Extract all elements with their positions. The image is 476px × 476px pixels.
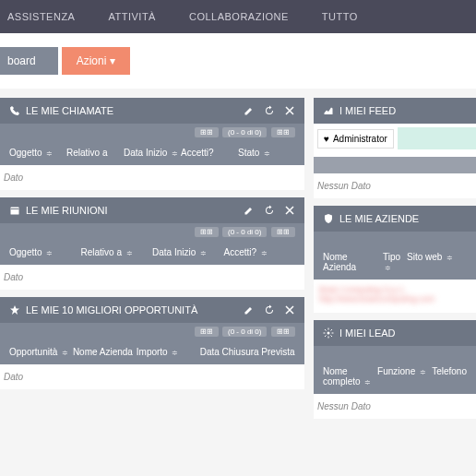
pager-icon[interactable]: ⊞⊞ xyxy=(271,227,295,237)
column-header: Nome Azienda Tipo ≑ Sito web ≑ xyxy=(314,244,476,280)
pager-icon[interactable]: ⊞⊞ xyxy=(271,327,295,337)
svg-rect-0 xyxy=(11,208,19,215)
svg-point-1 xyxy=(327,332,330,335)
nav-collaborazione[interactable]: COLLABORAZIONE xyxy=(182,11,296,22)
panel-title: I MIEI FEED xyxy=(339,105,396,116)
col-datainizio[interactable]: Data Inizio ≑ xyxy=(152,247,224,257)
gear-icon xyxy=(323,327,334,339)
pager-icon[interactable]: ⊞⊞ xyxy=(271,127,295,137)
edit-icon[interactable] xyxy=(244,304,255,315)
feed-subbar xyxy=(314,157,476,173)
col-relativo[interactable]: Relativo a ≑ xyxy=(81,247,153,257)
toolbar: board Azioni ▾ xyxy=(0,33,476,89)
panel-title: I MIEI LEAD xyxy=(339,327,396,339)
col-oggetto[interactable]: Oggetto ≑ xyxy=(9,247,81,257)
star-icon xyxy=(9,304,20,315)
col-stato[interactable]: Stato ≑ xyxy=(238,148,295,158)
panel-title: LE MIE CHIAMATE xyxy=(26,105,113,116)
pager-icon[interactable]: ⊞⊞ xyxy=(195,227,219,237)
panel-lead: I MIEI LEAD Nome completo ≑ Funzione ≑ T… xyxy=(314,320,476,419)
col-importo[interactable]: Importo ≑ xyxy=(137,347,200,357)
heart-icon: ♥ xyxy=(324,134,329,144)
panel-title: LE MIE 10 MIGLIORI OPPORTUNITÀ xyxy=(26,304,197,315)
col-nomeazienda[interactable]: Nome Azienda xyxy=(73,347,137,357)
stats-bar xyxy=(314,232,476,244)
close-icon[interactable] xyxy=(284,205,295,216)
stats-bar: ⊞⊞ (0 - 0 di 0) ⊞⊞ xyxy=(0,223,304,240)
col-telefono[interactable]: Telefono xyxy=(432,366,467,387)
col-opportunita[interactable]: Opportunità ≑ xyxy=(9,347,73,357)
col-sitoweb[interactable]: Sito web ≑ xyxy=(407,252,467,272)
col-accetti[interactable]: Accetti? ≑ xyxy=(224,247,296,257)
phone-icon xyxy=(9,105,20,116)
blurred-row: Brain Computing S.p.A. http://www.brainc… xyxy=(314,280,476,313)
stats-bar: ⊞⊞ (0 - 0 di 0) ⊞⊞ xyxy=(0,124,304,140)
close-icon[interactable] xyxy=(284,105,295,116)
top-nav: ASSISTENZA ATTIVITÀ COLLABORAZIONE TUTTO xyxy=(0,0,476,33)
nav-assistenza[interactable]: ASSISTENZA xyxy=(0,11,82,22)
nodata-text: Nessun Dato xyxy=(314,173,476,198)
panel-opportunita: LE MIE 10 MIGLIORI OPPORTUNITÀ ⊞⊞ (0 - 0… xyxy=(0,297,304,389)
col-chiusura[interactable]: Data Chiusura Prevista xyxy=(200,347,295,357)
nodata-text: Dato xyxy=(0,265,304,290)
column-header: Oggetto ≑ Relativo a Data Inizio ≑ Accet… xyxy=(0,140,304,165)
panel-title: LE MIE AZIENDE xyxy=(339,213,419,224)
edit-icon[interactable] xyxy=(244,205,255,216)
nav-attivita[interactable]: ATTIVITÀ xyxy=(101,11,162,22)
column-header: Oggetto ≑ Relativo a ≑ Data Inizio ≑ Acc… xyxy=(0,240,304,265)
pager-icon[interactable]: ⊞⊞ xyxy=(195,327,219,337)
chart-icon xyxy=(323,105,334,116)
stats-bar: ⊞⊞ (0 - 0 di 0) ⊞⊞ xyxy=(0,323,304,339)
nodata-text: Dato xyxy=(0,364,304,389)
stats-text: (0 - 0 di 0) xyxy=(222,327,267,337)
refresh-icon[interactable] xyxy=(264,304,275,315)
column-header: Opportunità ≑ Nome Azienda Importo ≑ Dat… xyxy=(0,339,304,364)
panel-chiamate: LE MIE CHIAMATE ⊞⊞ (0 - 0 di 0) ⊞⊞ Ogget… xyxy=(0,98,304,190)
stats-text: (0 - 0 di 0) xyxy=(222,127,267,137)
panel-riunioni: LE MIE RIUNIONI ⊞⊞ (0 - 0 di 0) ⊞⊞ Ogget… xyxy=(0,197,304,290)
col-funzione[interactable]: Funzione ≑ xyxy=(377,366,432,387)
nodata-text: Dato xyxy=(0,165,304,190)
refresh-icon[interactable] xyxy=(264,205,275,216)
calendar-icon xyxy=(9,205,20,216)
azioni-button[interactable]: Azioni ▾ xyxy=(62,47,130,75)
feed-input[interactable] xyxy=(398,127,476,149)
nav-tutto[interactable]: TUTTO xyxy=(315,11,365,22)
close-icon[interactable] xyxy=(284,304,295,315)
admin-dropdown[interactable]: ♥ Administrator xyxy=(317,129,394,149)
col-nomeazienda[interactable]: Nome Azienda xyxy=(323,252,383,272)
refresh-icon[interactable] xyxy=(264,105,275,116)
col-relativo[interactable]: Relativo a xyxy=(66,148,124,158)
shield-icon xyxy=(323,213,334,224)
col-datainizio[interactable]: Data Inizio ≑ xyxy=(124,148,181,158)
nodata-text: Nessun Dato xyxy=(314,394,476,419)
pager-icon[interactable]: ⊞⊞ xyxy=(195,127,219,137)
column-header: Nome completo ≑ Funzione ≑ Telefono xyxy=(314,359,476,394)
stats-text: (0 - 0 di 0) xyxy=(222,227,267,237)
panel-title: LE MIE RIUNIONI xyxy=(26,205,108,216)
col-nomecompleto[interactable]: Nome completo ≑ xyxy=(323,366,377,387)
stats-bar xyxy=(314,346,476,359)
col-accetti[interactable]: Accetti? xyxy=(181,148,238,158)
board-button[interactable]: board xyxy=(0,47,58,75)
col-oggetto[interactable]: Oggetto ≑ xyxy=(9,148,66,158)
panel-feed: I MIEI FEED ♥ Administrator Nessun Dato xyxy=(314,98,476,198)
edit-icon[interactable] xyxy=(244,105,255,116)
col-tipo[interactable]: Tipo ≑ xyxy=(383,252,407,272)
panel-aziende: LE MIE AZIENDE Nome Azienda Tipo ≑ Sito … xyxy=(314,206,476,313)
